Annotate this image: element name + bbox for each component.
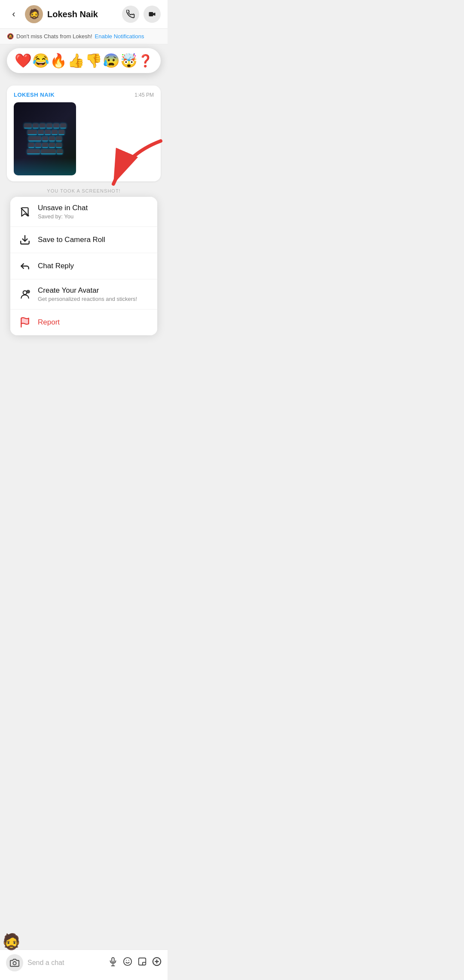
svg-point-3: [23, 291, 27, 294]
back-button[interactable]: ‹: [7, 9, 21, 20]
enable-notifications-link[interactable]: Enable Notifications: [95, 33, 144, 40]
unsave-subtitle: Saved by: You: [38, 213, 149, 220]
screenshot-notice: YOU TOOK A SCREENSHOT!: [7, 186, 161, 197]
unsave-title: Unsave in Chat: [38, 204, 149, 212]
chat-reply-title: Chat Reply: [38, 262, 149, 270]
save-camera-roll-item[interactable]: Save to Camera Roll: [10, 227, 157, 253]
create-avatar-title: Create Your Avatar: [38, 286, 149, 295]
context-menu: Unsave in Chat Saved by: You Save to Cam…: [10, 197, 157, 335]
unsave-icon: [19, 206, 31, 218]
report-title: Report: [38, 318, 149, 327]
chat-reply-item[interactable]: Chat Reply: [10, 253, 157, 279]
reaction-fire[interactable]: 🔥: [50, 52, 67, 69]
reaction-heart[interactable]: ❤️: [15, 52, 32, 69]
save-camera-title: Save to Camera Roll: [38, 236, 149, 244]
report-item[interactable]: Report: [10, 309, 157, 335]
message-bubble: LOKESH NAIK 1:45 PM: [7, 86, 161, 181]
reaction-question[interactable]: ❓: [138, 54, 153, 68]
avatar: 🧔: [25, 5, 43, 23]
create-avatar-subtitle: Get personalized reactions and stickers!: [38, 296, 149, 302]
create-avatar-item[interactable]: Create Your Avatar Get personalized reac…: [10, 279, 157, 309]
create-avatar-text-group: Create Your Avatar Get personalized reac…: [38, 286, 149, 302]
notification-text: Don't miss Chats from Lokesh!: [16, 33, 92, 40]
chat-reply-text-group: Chat Reply: [38, 262, 149, 270]
reaction-mindblown[interactable]: 🤯: [120, 52, 137, 69]
chat-header: ‹ 🧔 Lokesh Naik: [0, 0, 168, 29]
reaction-thumbsup[interactable]: 👍: [67, 52, 85, 69]
download-icon: [19, 234, 31, 246]
bell-icon: 🔕: [7, 33, 14, 40]
reaction-scared[interactable]: 😰: [103, 52, 120, 69]
save-camera-text-group: Save to Camera Roll: [38, 236, 149, 244]
message-header: LOKESH NAIK 1:45 PM: [14, 92, 154, 98]
reply-icon: [19, 260, 31, 272]
sender-name: LOKESH NAIK: [14, 92, 55, 98]
reaction-laugh[interactable]: 😂: [32, 52, 49, 69]
phone-call-button[interactable]: [122, 6, 139, 23]
message-image: [14, 102, 76, 175]
flag-icon: [19, 316, 31, 328]
notification-banner: 🔕 Don't miss Chats from Lokesh! Enable N…: [0, 29, 168, 44]
unsave-chat-item[interactable]: Unsave in Chat Saved by: You: [10, 197, 157, 227]
video-call-button[interactable]: [143, 6, 161, 23]
contact-name: Lokesh Naik: [47, 9, 118, 19]
header-actions: [122, 6, 161, 23]
report-text-group: Report: [38, 318, 149, 327]
keyboard-image: [14, 102, 76, 175]
avatar-icon: [19, 288, 31, 300]
chat-area: LOKESH NAIK 1:45 PM: [0, 79, 168, 374]
unsave-text-group: Unsave in Chat Saved by: You: [38, 204, 149, 220]
svg-line-1: [21, 208, 28, 215]
emoji-reaction-bar: ❤️ 😂 🔥 👍 👎 😰 🤯 ❓: [7, 48, 161, 73]
message-time: 1:45 PM: [134, 92, 154, 98]
reaction-thumbsdown[interactable]: 👎: [85, 52, 102, 69]
